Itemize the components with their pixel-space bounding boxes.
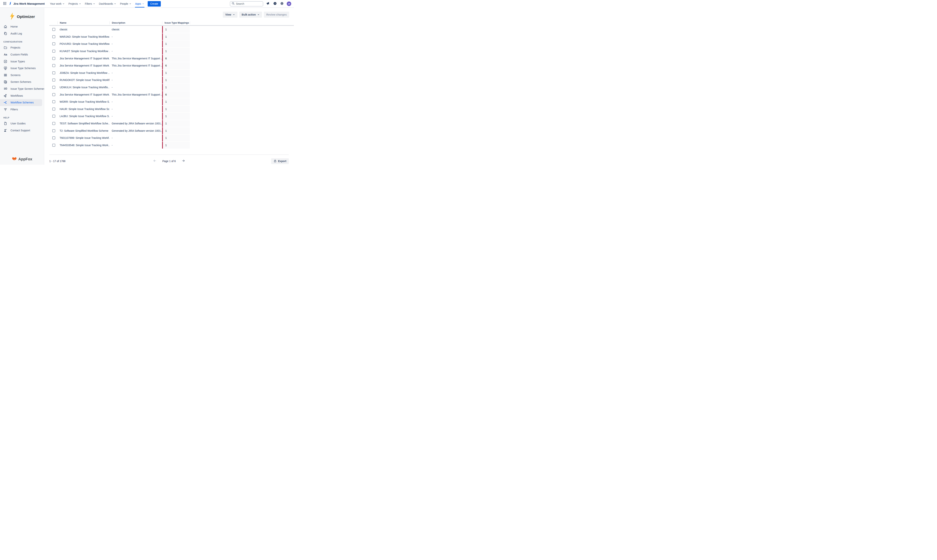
- bulk-action-dropdown-button[interactable]: Bulk action: [239, 12, 262, 18]
- row-select-checkbox[interactable]: [52, 115, 55, 118]
- appfox-brand-text: AppFox: [18, 157, 32, 161]
- next-page-button[interactable]: [181, 159, 186, 163]
- table-row[interactable]: UDWULH: Simple Issue Tracking Workflo...…: [49, 84, 289, 91]
- sidebar-item-home[interactable]: Home: [0, 23, 42, 30]
- sidebar-item-workflow-schemes[interactable]: Workflow Schemes: [0, 99, 42, 106]
- column-resize-handle[interactable]: [190, 22, 190, 25]
- product-home-link[interactable]: Jira Work Management: [9, 2, 45, 6]
- cell-description: -: [109, 33, 162, 40]
- sidebar-item-screens[interactable]: Screens: [0, 72, 42, 79]
- view-dropdown-button[interactable]: View: [223, 12, 237, 18]
- gear-icon: [280, 2, 284, 6]
- table-row[interactable]: T601107899: Simple Issue Tracking Workf.…: [49, 134, 289, 142]
- jira-logo-icon: [9, 2, 12, 6]
- table-row[interactable]: JOIBZA: Simple Issue Tracking Workflow .…: [49, 69, 289, 77]
- row-select-checkbox[interactable]: [52, 100, 55, 103]
- table-row[interactable]: RUNGOKOT: Simple Issue Tracking Workfl..…: [49, 77, 289, 84]
- table-row[interactable]: POVURO: Simple Issue Tracking Workflow..…: [49, 40, 289, 48]
- nav-item-projects[interactable]: Projects: [66, 0, 83, 8]
- settings-button[interactable]: [280, 2, 284, 6]
- row-select-checkbox[interactable]: [52, 42, 55, 45]
- sidebar-item-label: Projects: [11, 46, 20, 49]
- row-select-checkbox[interactable]: [52, 57, 55, 60]
- sidebar-item-projects[interactable]: Projects: [0, 44, 42, 51]
- cell-name: UDWULH: Simple Issue Tracking Workflo...: [57, 84, 109, 91]
- row-checkbox-cell: [49, 33, 57, 40]
- table-row[interactable]: T644533548: Simple Issue Tracking Work..…: [49, 142, 289, 149]
- cell-description: Generated by JIRA Software version 1001.…: [109, 120, 162, 127]
- megaphone-icon: [266, 2, 270, 6]
- announcements-button[interactable]: [266, 2, 270, 6]
- issue-type-mappings-value: 1: [162, 106, 190, 112]
- column-header-issue-type-mappings[interactable]: Issue Type Mappings: [162, 22, 190, 25]
- cell-name: KUVAST: Simple Issue Tracking Workflow .…: [57, 48, 109, 55]
- table-row[interactable]: Jira Service Management IT Support Work.…: [49, 62, 289, 69]
- row-select-checkbox[interactable]: [52, 122, 55, 125]
- search-input[interactable]: [236, 2, 262, 5]
- row-select-checkbox[interactable]: [52, 50, 55, 53]
- row-select-checkbox[interactable]: [52, 136, 55, 139]
- review-changes-button[interactable]: Review changes: [264, 12, 289, 18]
- nav-item-dashboards[interactable]: Dashboards: [97, 0, 118, 8]
- table-row[interactable]: KUVAST: Simple Issue Tracking Workflow .…: [49, 48, 289, 55]
- cell-issue-type-mappings: 1: [162, 120, 190, 127]
- sidebar-item-custom-fields[interactable]: AaCustom Fields: [0, 51, 42, 58]
- previous-page-button[interactable]: [152, 159, 157, 163]
- row-select-checkbox[interactable]: [52, 28, 55, 31]
- sidebar-item-issue-type-schemes[interactable]: Issue Type Schemes: [0, 65, 42, 72]
- nav-item-your-work[interactable]: Your work: [48, 0, 66, 8]
- table-row[interactable]: LAJBU: Simple Issue Tracking Workflow S.…: [49, 112, 289, 120]
- table-row[interactable]: classicclassic1: [49, 26, 289, 33]
- row-checkbox-cell: [49, 77, 57, 84]
- table-row[interactable]: T2: Software Simplified Workflow SchemeG…: [49, 127, 289, 134]
- table-row[interactable]: WARJAD: Simple Issue Tracking Workflow..…: [49, 33, 289, 40]
- user-avatar[interactable]: JR: [287, 2, 291, 6]
- export-icon: [274, 160, 277, 163]
- sidebar-item-workflows[interactable]: Workflows: [0, 92, 42, 99]
- nav-item-filters[interactable]: Filters: [83, 0, 97, 8]
- sidebar-item-label: Screens: [11, 74, 20, 77]
- row-select-checkbox[interactable]: [52, 71, 55, 74]
- cell-issue-type-mappings: 6: [162, 62, 190, 69]
- sidebar-item-user-guides[interactable]: User Guides: [0, 120, 42, 127]
- row-select-checkbox[interactable]: [52, 64, 55, 67]
- column-header-name[interactable]: Name: [57, 22, 109, 25]
- nav-item-label: Apps: [135, 2, 141, 5]
- table-row[interactable]: TEST: Software Simplified Workflow Sche.…: [49, 120, 289, 127]
- sidebar-item-issue-types[interactable]: Issue Types: [0, 58, 42, 65]
- cell-issue-type-mappings: 1: [162, 134, 190, 142]
- sidebar-item-contact-support[interactable]: Contact Support: [0, 127, 42, 134]
- help-button[interactable]: ?: [273, 2, 277, 6]
- table-row[interactable]: HAUR: Simple Issue Tracking Workflow Sc.…: [49, 106, 289, 113]
- sidebar-item-audit-log[interactable]: Audit Log: [0, 30, 42, 37]
- search-box[interactable]: [230, 1, 263, 6]
- cell-issue-type-mappings: 1: [162, 69, 190, 77]
- nav-item-apps[interactable]: Apps: [133, 0, 146, 8]
- export-button[interactable]: Export: [271, 158, 289, 164]
- table-row[interactable]: WORR: Simple Issue Tracking Workflow S..…: [49, 98, 289, 106]
- sidebar-item-screen-schemes[interactable]: Screen Schemes: [0, 78, 42, 85]
- column-header-description[interactable]: Description: [109, 22, 162, 25]
- row-select-checkbox[interactable]: [52, 144, 55, 147]
- row-checkbox-cell: [49, 84, 57, 91]
- user-guides-icon: [3, 122, 8, 126]
- sidebar-item-filters[interactable]: Filters: [0, 106, 42, 113]
- sidebar-item-label: Custom Fields: [11, 53, 28, 56]
- row-select-checkbox[interactable]: [52, 35, 55, 38]
- issue-type-mappings-value: 1: [162, 77, 190, 83]
- nav-item-people[interactable]: People: [118, 0, 133, 8]
- cell-description: -: [109, 112, 162, 120]
- cell-description: -: [109, 98, 162, 106]
- row-select-checkbox[interactable]: [52, 108, 55, 111]
- row-checkbox-cell: [49, 112, 57, 120]
- row-select-checkbox[interactable]: [52, 86, 55, 89]
- app-switcher-button[interactable]: [2, 1, 8, 6]
- row-select-checkbox[interactable]: [52, 129, 55, 132]
- create-button[interactable]: Create: [148, 1, 161, 6]
- optimizer-app-title: Optimizer: [17, 14, 35, 19]
- table-row[interactable]: Jira Service Management IT Support Work.…: [49, 55, 289, 62]
- row-select-checkbox[interactable]: [52, 78, 55, 82]
- row-select-checkbox[interactable]: [52, 93, 55, 96]
- table-row[interactable]: Jira Service Management IT Support Work.…: [49, 91, 289, 98]
- sidebar-item-issue-type-screen-schemes[interactable]: Issue Type Screen Schemes: [0, 85, 42, 92]
